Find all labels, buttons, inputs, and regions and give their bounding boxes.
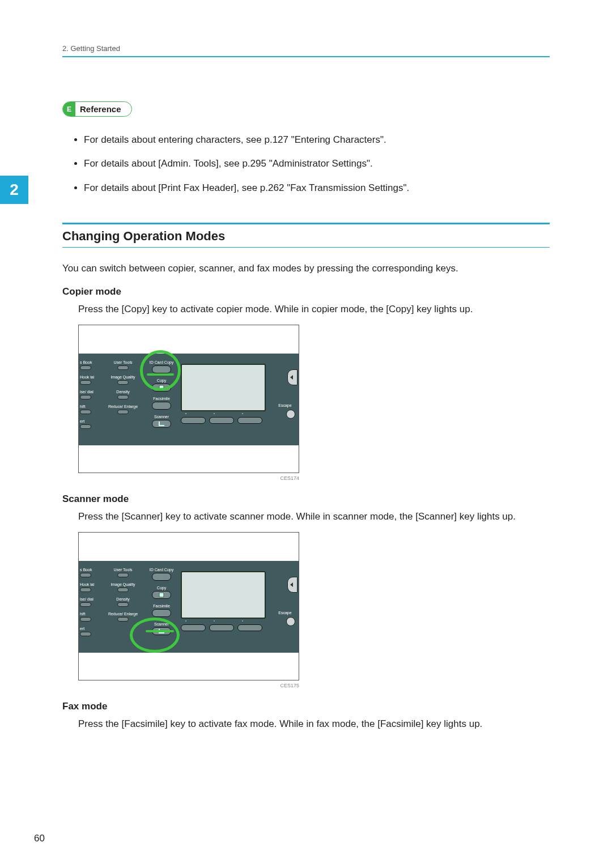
panel-button bbox=[80, 424, 91, 429]
panel-button bbox=[117, 395, 129, 399]
scan-button bbox=[152, 627, 171, 635]
copier-mode-desc: Press the [Copy] key to activate copier … bbox=[78, 302, 550, 317]
panel-button bbox=[80, 573, 91, 577]
idcard-label: ID Card Copy bbox=[150, 568, 173, 572]
panel-lcd-screen bbox=[181, 571, 266, 619]
panel-button bbox=[117, 573, 129, 577]
copy-label: Copy bbox=[157, 586, 166, 590]
panel-button bbox=[80, 380, 91, 385]
panel-mid-label: Density bbox=[116, 390, 129, 394]
scan-label: Scanner bbox=[154, 622, 169, 626]
panel-button bbox=[117, 410, 129, 414]
scan-label: Scanner bbox=[154, 415, 169, 419]
escape-button bbox=[286, 410, 295, 419]
idcard-button bbox=[152, 365, 171, 373]
panel-mid-label: Density bbox=[116, 597, 129, 601]
fax-button bbox=[152, 402, 171, 410]
section-intro: You can switch between copier, scanner, … bbox=[62, 261, 550, 276]
panel-left-label: hift bbox=[80, 612, 85, 616]
copy-label: Copy bbox=[157, 378, 166, 382]
fax-label: Facsimile bbox=[153, 397, 170, 401]
scanner-mode-desc: Press the [Scanner] key to activate scan… bbox=[78, 509, 550, 524]
soft-key bbox=[237, 417, 262, 424]
scanner-mode-heading: Scanner mode bbox=[62, 493, 550, 505]
reference-badge: E Reference bbox=[62, 101, 132, 117]
panel-button bbox=[117, 617, 129, 622]
page-number: 60 bbox=[34, 833, 45, 844]
panel-mid-label: Reduce/ Enlarge bbox=[108, 405, 138, 409]
panel-lcd-screen bbox=[181, 364, 266, 411]
fax-mode-heading: Fax mode bbox=[62, 701, 550, 712]
reference-label: Reference bbox=[80, 104, 121, 114]
soft-key bbox=[209, 624, 234, 631]
control-panel-illustration-scanner: s Book Hook ial ise/ dial hift ert User … bbox=[78, 532, 299, 680]
panel-left-label: ise/ dial bbox=[80, 390, 94, 394]
reference-item: For details about [Admin. Tools], see p.… bbox=[84, 156, 550, 171]
soft-key bbox=[181, 624, 206, 631]
panel-button bbox=[80, 588, 91, 592]
soft-key bbox=[237, 624, 262, 631]
panel-left-label: Hook ial bbox=[80, 582, 94, 586]
page-header-breadcrumb: 2. Getting Started bbox=[62, 44, 550, 57]
panel-button bbox=[117, 365, 129, 370]
panel-mid-label: Reduce/ Enlarge bbox=[108, 612, 138, 616]
idcard-button bbox=[152, 573, 171, 581]
panel-button bbox=[80, 365, 91, 370]
panel-button bbox=[80, 617, 91, 622]
panel-mid-label: Image Quality bbox=[110, 375, 135, 379]
escape-label: Escape bbox=[273, 403, 298, 407]
panel-left-label: s Book bbox=[80, 360, 92, 364]
copier-mode-heading: Copier mode bbox=[62, 286, 550, 297]
panel-button bbox=[80, 632, 91, 636]
panel-button bbox=[80, 410, 91, 414]
figure-caption: CES175 bbox=[78, 683, 299, 688]
panel-left-label: ise/ dial bbox=[80, 597, 94, 601]
panel-left-label: ert bbox=[80, 627, 84, 631]
panel-left-label: hift bbox=[80, 405, 85, 409]
panel-button bbox=[117, 602, 129, 607]
escape-label: Escape bbox=[273, 611, 298, 615]
panel-left-label: ert bbox=[80, 419, 84, 423]
copy-button bbox=[152, 384, 171, 392]
nav-arrow-button bbox=[287, 577, 298, 593]
reference-item: For details about [Print Fax Header], se… bbox=[84, 181, 550, 195]
reference-list: For details about entering characters, s… bbox=[84, 133, 550, 195]
panel-button bbox=[117, 380, 129, 385]
control-panel-illustration-copier: s Book Hook ial ise/ dial hift ert User … bbox=[78, 325, 299, 473]
panel-button bbox=[80, 395, 91, 399]
scan-button bbox=[152, 420, 171, 428]
idcard-label: ID Card Copy bbox=[150, 360, 173, 364]
panel-button bbox=[80, 602, 91, 607]
soft-key bbox=[209, 417, 234, 424]
figure-caption: CES174 bbox=[78, 475, 299, 481]
panel-mid-label: User Tools bbox=[114, 360, 133, 364]
panel-left-label: Hook ial bbox=[80, 375, 94, 379]
panel-button bbox=[117, 588, 129, 592]
chapter-tab: 2 bbox=[0, 176, 28, 204]
fax-label: Facsimile bbox=[153, 604, 170, 608]
reference-item: For details about entering characters, s… bbox=[84, 133, 550, 147]
panel-mid-label: Image Quality bbox=[110, 582, 135, 586]
reference-icon: E bbox=[63, 101, 75, 117]
copy-button bbox=[152, 591, 171, 599]
fax-mode-desc: Press the [Facsimile] key to activate fa… bbox=[78, 717, 550, 731]
escape-button bbox=[286, 617, 295, 626]
section-title: Changing Operation Modes bbox=[62, 229, 550, 244]
fax-button bbox=[152, 609, 171, 617]
soft-key bbox=[181, 417, 206, 424]
panel-mid-label: User Tools bbox=[114, 568, 133, 572]
section-heading-bar: Changing Operation Modes bbox=[62, 223, 550, 248]
panel-left-label: s Book bbox=[80, 568, 92, 572]
nav-arrow-button bbox=[287, 369, 298, 385]
